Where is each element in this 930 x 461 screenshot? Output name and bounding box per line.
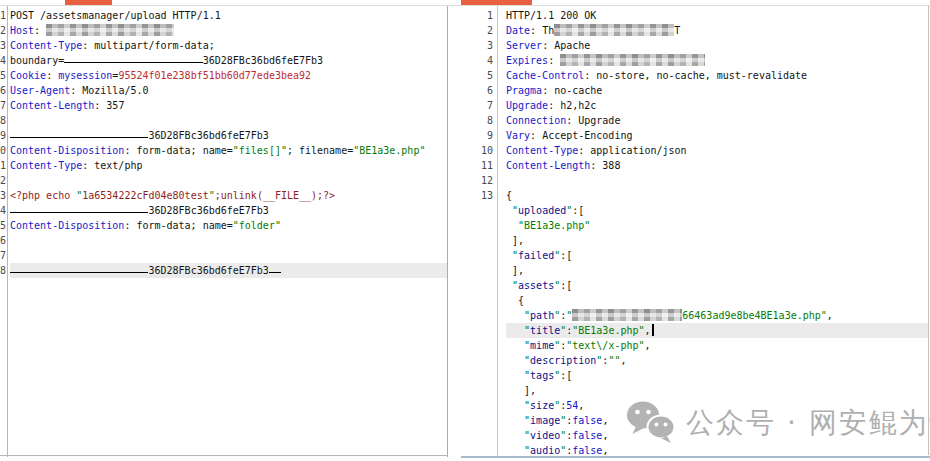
code-segment: , xyxy=(827,310,833,321)
code-segment: :[ xyxy=(572,205,584,216)
code-segment: : Th xyxy=(530,25,554,36)
response-panel[interactable]: 12345678910111213 HTTP/1.1 200 OKDate: T… xyxy=(461,6,929,457)
code-line: Content-Type: text/php xyxy=(10,158,447,173)
line-number: 1 xyxy=(461,8,493,23)
line-number: 6 xyxy=(0,83,7,98)
line-number: 5 xyxy=(461,68,493,83)
request-editor[interactable]: POST /assetsmanager/upload HTTP/1.1Host:… xyxy=(8,6,447,457)
code-line: "failed":[ xyxy=(506,248,929,263)
code-line xyxy=(10,233,447,248)
response-tab-indicator[interactable] xyxy=(461,0,532,5)
line-number xyxy=(461,443,493,457)
code-segment: Content-Type xyxy=(506,145,578,156)
code-segment: failed xyxy=(518,250,554,261)
code-segment: , xyxy=(602,415,608,426)
code-line: Upgrade: h2,h2c xyxy=(506,98,929,113)
code-segment xyxy=(506,325,524,336)
code-line: "video":false, xyxy=(506,428,929,443)
code-segment: Content-Type xyxy=(10,160,82,171)
code-segment: : form-data; name= xyxy=(124,220,232,231)
code-segment: title xyxy=(530,325,560,336)
code-segment: : h2,h2c xyxy=(548,100,596,111)
code-segment: false xyxy=(572,445,602,456)
code-segment: ;unlink(__FILE__);?> xyxy=(215,190,335,201)
request-panel[interactable]: 123456789101112131415161718 POST /assets… xyxy=(0,6,448,457)
code-line xyxy=(10,113,447,128)
code-segment xyxy=(506,430,524,441)
code-line: ], xyxy=(506,263,929,278)
line-number: 1 xyxy=(0,8,7,23)
code-segment: : no-cache xyxy=(542,85,602,96)
code-line xyxy=(506,173,929,188)
code-segment: tags xyxy=(530,370,554,381)
line-number: 4 xyxy=(0,53,7,68)
line-number xyxy=(461,353,493,368)
code-line: "uploaded":[ xyxy=(506,203,929,218)
code-line: "image":false, xyxy=(506,413,929,428)
code-line: User-Agent: Mozilla/5.0 xyxy=(10,83,447,98)
code-segment: : 357 xyxy=(94,100,124,111)
code-segment: : xyxy=(46,70,58,81)
code-segment: : xyxy=(34,25,46,36)
response-editor[interactable]: HTTP/1.1 200 OKDate: ThTServer: ApacheEx… xyxy=(498,6,929,457)
code-line: Content-Length: 357 xyxy=(10,98,447,113)
code-segment: Content-Disposition xyxy=(10,220,124,231)
line-number xyxy=(461,203,493,218)
code-line: Content-Disposition: form-data; name="fi… xyxy=(10,143,447,158)
code-segment: Content-Length xyxy=(506,160,590,171)
code-segment xyxy=(506,415,524,426)
request-line-number-gutter: 123456789101112131415161718 xyxy=(0,6,8,457)
code-segment xyxy=(506,400,524,411)
code-segment: : text/php xyxy=(82,160,142,171)
code-line: POST /assetsmanager/upload HTTP/1.1 xyxy=(10,8,447,23)
code-segment: "text\/x-php" xyxy=(566,340,644,351)
code-line: Content-Disposition: form-data; name="fo… xyxy=(10,218,447,233)
line-number: 2 xyxy=(461,23,493,38)
code-segment xyxy=(506,445,524,456)
line-number xyxy=(461,308,493,323)
request-tab-indicator[interactable] xyxy=(65,0,112,5)
code-segment: 66463ad9e8be4BE1a3e.php" xyxy=(682,310,827,321)
line-number: 11 xyxy=(0,158,7,173)
line-number: 14 xyxy=(0,203,7,218)
line-number: 10 xyxy=(461,143,493,158)
code-segment: image xyxy=(530,415,560,426)
code-segment: :[ xyxy=(560,280,572,291)
code-line: -----------------------36D28FBc36bd6feE7… xyxy=(10,128,447,143)
line-number: 15 xyxy=(0,218,7,233)
code-line: <?php echo "1a6534222cFd04e80test";unlin… xyxy=(10,188,447,203)
code-segment: Cookie xyxy=(10,70,46,81)
code-segment: "BE1a3e.php" xyxy=(518,220,590,231)
code-segment: : 388 xyxy=(590,160,620,171)
code-segment: Content-Type xyxy=(10,40,82,51)
code-segment xyxy=(506,310,524,321)
code-segment: : Upgrade xyxy=(566,115,620,126)
code-line: -----------------------36D28FBc36bd6feE7… xyxy=(10,263,447,278)
line-number xyxy=(461,383,493,398)
code-line xyxy=(10,248,447,263)
code-line: "description":"", xyxy=(506,353,929,368)
boundary-dash: ----------------------- xyxy=(10,130,148,141)
code-segment: 54 xyxy=(566,400,578,411)
code-segment: path xyxy=(530,310,554,321)
code-segment: : form-data; name= xyxy=(124,145,232,156)
code-segment: , xyxy=(578,400,584,411)
code-segment: POST /assetsmanager/upload HTTP/1.1 xyxy=(10,10,221,21)
code-segment: 36D28FBc36bd6feE7Fb3 xyxy=(148,130,268,141)
code-line: "path":"66463ad9e8be4BE1a3e.php", xyxy=(506,308,929,323)
code-segment: boundary= xyxy=(10,55,64,66)
code-segment: HTTP/1.1 200 OK xyxy=(506,10,596,21)
response-line-number-gutter: 12345678910111213 xyxy=(461,6,498,457)
code-segment: { xyxy=(506,295,524,306)
line-number: 13 xyxy=(461,188,493,203)
boundary-dash: ----------------------- xyxy=(10,205,148,216)
code-segment: Expires xyxy=(506,55,548,66)
code-segment: , xyxy=(620,355,626,366)
line-number: 12 xyxy=(0,173,7,188)
line-number: 11 xyxy=(461,158,493,173)
code-segment: ], xyxy=(506,235,524,246)
code-segment: <?php echo xyxy=(10,190,76,201)
line-number: 4 xyxy=(461,53,493,68)
code-line: { xyxy=(506,188,929,203)
code-segment: : Accept-Encoding xyxy=(530,130,632,141)
